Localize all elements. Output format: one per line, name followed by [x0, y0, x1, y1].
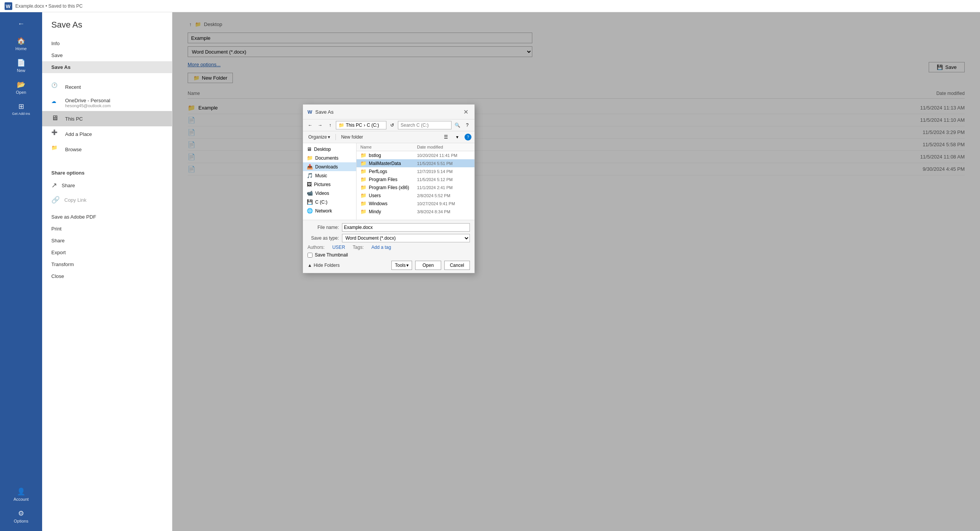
dialog-back-button[interactable]: ←: [306, 121, 314, 129]
organize-button[interactable]: Organize ▾: [306, 134, 332, 141]
dialog-filename-input[interactable]: [342, 223, 470, 232]
location-onedrive[interactable]: ☁ OneDrive - Personal hesong45@outlook.c…: [42, 95, 172, 111]
cancel-button-label: Cancel: [450, 263, 464, 268]
dialog-meta-row: Authors: USER Tags: Add a tag: [308, 245, 470, 250]
dialog-path-bar[interactable]: 📁 This PC › C (C:): [336, 121, 386, 129]
dialog-title-left: W Save As: [308, 109, 334, 115]
c-drive-nav-label: C (C:): [315, 199, 327, 205]
sidebar-item-home[interactable]: 🏠 Home: [0, 33, 42, 55]
location-recent[interactable]: 🕐 Recent: [42, 79, 172, 95]
dialog-cancel-button[interactable]: Cancel: [444, 261, 470, 270]
view-more-button[interactable]: ▾: [453, 133, 461, 141]
nav-info-label: Info: [51, 41, 60, 46]
share-item[interactable]: ↗ Share: [42, 178, 172, 193]
sidebar-open-label: Open: [16, 90, 26, 95]
nav-export-label: Export: [51, 250, 66, 255]
dialog-refresh-button[interactable]: ↺: [388, 121, 396, 129]
dialog-nav-downloads[interactable]: 📥 Downloads: [303, 162, 356, 171]
hide-folders-button[interactable]: ▲ Hide Folders: [308, 263, 340, 268]
dialog-up-button[interactable]: ↑: [326, 121, 334, 129]
location-this-pc[interactable]: 🖥 This PC: [42, 111, 172, 126]
new-folder-dialog-button[interactable]: New folder: [339, 134, 365, 141]
dialog-nav-music[interactable]: 🎵 Music: [303, 171, 356, 180]
dialog-info-button[interactable]: ?: [465, 134, 471, 141]
sidebar-item-new[interactable]: 📄 New: [0, 55, 42, 77]
dialog-nav-desktop[interactable]: 🖥 Desktop: [303, 145, 356, 154]
dialog-filetype-row: Save as type: Word Document (*.docx): [308, 234, 470, 242]
back-icon: ←: [18, 20, 25, 28]
dialog-file-row[interactable]: 📁 Users 2/8/2024 5:52 PM: [357, 191, 474, 199]
folder-icon-program-files-x86: 📁: [360, 185, 366, 190]
title-bar-filename: Example.docx: [15, 3, 44, 9]
dialog-file-row[interactable]: 📁 Program Files 11/5/2024 5:12 PM: [357, 175, 474, 183]
dialog-filetype-select[interactable]: Word Document (*.docx): [342, 234, 470, 242]
account-icon: 👤: [17, 487, 25, 496]
dialog-file-row[interactable]: 📁 Windows 10/27/2024 9:41 PM: [357, 199, 474, 207]
nav-share[interactable]: Share: [42, 235, 172, 247]
tools-button[interactable]: Tools ▾: [391, 261, 412, 270]
dialog-nav-videos[interactable]: 📹 Videos: [303, 189, 356, 198]
dialog-file-date-program-files-x86: 11/1/2024 2:41 PM: [417, 185, 471, 190]
network-nav-icon: 🌐: [307, 208, 313, 214]
nav-close[interactable]: Close: [42, 270, 172, 282]
dialog-file-row[interactable]: 📁 Mindy 3/8/2024 8:34 PM: [357, 207, 474, 216]
dialog-file-date-perflogs: 12/7/2019 5:14 PM: [417, 169, 471, 174]
authors-value[interactable]: USER: [332, 245, 345, 250]
sidebar-account-label: Account: [13, 497, 29, 502]
dialog-nav-network[interactable]: 🌐 Network: [303, 206, 356, 215]
nav-save[interactable]: Save: [42, 49, 172, 61]
dialog-file-row-selected[interactable]: 📁 MailMasterData 11/5/2024 5:51 PM: [357, 159, 474, 167]
dialog-file-name-perflogs: PerfLogs: [369, 169, 417, 174]
new-icon: 📄: [17, 59, 25, 67]
sidebar-options-label: Options: [14, 519, 28, 523]
nav-export[interactable]: Export: [42, 247, 172, 258]
nav-save-adobe[interactable]: Save as Adobe PDF: [42, 211, 172, 223]
folder-icon-windows: 📁: [360, 201, 366, 206]
copy-link-label: Copy Link: [64, 197, 87, 203]
location-add-place[interactable]: ➕ Add a Place: [42, 126, 172, 142]
view-toggle-button[interactable]: ☰: [442, 133, 450, 141]
downloads-nav-icon: 📥: [307, 164, 313, 170]
sidebar-add-ins-label: Get Add-ins: [12, 112, 30, 116]
dialog-file-row[interactable]: 📁 PerfLogs 12/7/2019 5:14 PM: [357, 167, 474, 175]
app-logo: W: [5, 2, 12, 10]
dialog-search-input[interactable]: [398, 121, 452, 129]
sidebar-item-get-add-ins[interactable]: ⊞ Get Add-ins: [0, 98, 42, 119]
sidebar-item-account[interactable]: 👤 Account: [11, 484, 31, 505]
nav-save-label: Save: [51, 52, 63, 58]
dialog-nav-pictures[interactable]: 🖼 Pictures: [303, 180, 356, 189]
dialog-help-button[interactable]: ?: [463, 121, 471, 129]
nav-save-as[interactable]: Save As: [42, 61, 172, 73]
sidebar-item-options[interactable]: ⚙ Options: [11, 505, 31, 527]
nav-print[interactable]: Print: [42, 223, 172, 235]
copy-link-item[interactable]: 🔗 Copy Link: [42, 193, 172, 207]
path-part-c-text: C (C:): [367, 123, 379, 128]
dialog-file-name-mindy: Mindy: [369, 209, 417, 214]
recent-icon: 🕐: [51, 82, 61, 91]
nav-save-adobe-label: Save as Adobe PDF: [51, 214, 96, 220]
sidebar-item-back[interactable]: ←: [0, 16, 42, 33]
dialog-open-button[interactable]: Open: [415, 261, 441, 270]
documents-nav-label: Documents: [315, 155, 339, 161]
dialog-file-row[interactable]: 📁 bstlog 10/20/2024 11:41 PM: [357, 151, 474, 159]
onedrive-icon: ☁: [51, 98, 61, 108]
dialog-file-row[interactable]: 📁 Program Files (x86) 11/1/2024 2:41 PM: [357, 183, 474, 191]
folder-icon-mailmaster: 📁: [360, 160, 366, 166]
dialog-overlay: W Save As ✕ ← → ↑ 📁 This PC ›: [172, 12, 980, 531]
dialog-file-name-bstlog: bstlog: [369, 153, 417, 158]
dialog-nav-documents[interactable]: 📁 Documents: [303, 154, 356, 162]
dialog-close-button[interactable]: ✕: [461, 108, 470, 116]
sidebar-item-open[interactable]: 📂 Open: [0, 77, 42, 98]
nav-transform[interactable]: Transform: [42, 258, 172, 270]
tags-value[interactable]: Add a tag: [371, 245, 391, 250]
share-label: Share: [62, 183, 75, 188]
save-thumbnail-checkbox[interactable]: [308, 253, 312, 258]
location-browse[interactable]: 📁 Browse: [42, 142, 172, 157]
dialog-forward-button[interactable]: →: [316, 121, 324, 129]
dialog-filename-label: File name:: [308, 225, 342, 230]
dialog-title-text: Save As: [315, 109, 334, 115]
dialog-navbar: ← → ↑ 📁 This PC › C (C:) ↺ 🔍 ?: [303, 119, 474, 131]
dialog-nav-c-drive[interactable]: 💾 C (C:): [303, 198, 356, 206]
nav-info[interactable]: Info: [42, 38, 172, 49]
dialog-search-button[interactable]: 🔍: [453, 121, 461, 129]
